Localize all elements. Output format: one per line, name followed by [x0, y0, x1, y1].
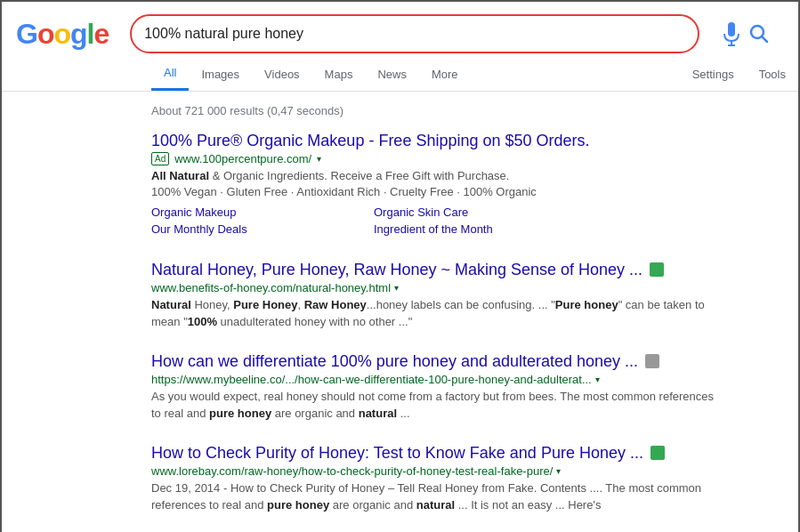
ad-result: 100% Pure® Organic Makeup - Free Shippin…	[151, 132, 721, 238]
organic-title-3: How to Check Purity of Honey: Test to Kn…	[151, 444, 721, 463]
ad-result-title: 100% Pure® Organic Makeup - Free Shippin…	[151, 132, 721, 150]
organic-url-line-2: https://www.mybeeline.co/.../how-can-we-…	[151, 373, 721, 386]
tab-all[interactable]: All	[151, 57, 189, 91]
organic-link-2[interactable]: How can we differentiate 100% pure honey…	[151, 352, 638, 371]
header: Google	[2, 2, 798, 53]
microphone-icon[interactable]	[723, 21, 740, 46]
organic-desc-2: As you would expect, real honey should n…	[151, 388, 721, 423]
organic-url-line-3: www.lorebay.com/raw-honey/how-to-check-p…	[151, 464, 721, 478]
organic-result-3: How to Check Purity of Honey: Test to Kn…	[151, 444, 721, 514]
url-arrow-1: ▾	[394, 283, 399, 293]
ad-desc-line2: 100% Vegan · Gluten Free · Antioxidant R…	[151, 185, 721, 198]
organic-desc-1: Natural Honey, Pure Honey, Raw Honey...h…	[151, 296, 721, 331]
organic-title-2: How can we differentiate 100% pure honey…	[151, 352, 721, 371]
tab-news[interactable]: News	[365, 59, 419, 90]
url-arrow-3: ▾	[556, 466, 561, 476]
organic-desc-3: Dec 19, 2014 - How to Check Purity of Ho…	[151, 480, 721, 514]
organic-url-1: www.benefits-of-honey.com/natural-honey.…	[151, 281, 391, 294]
tab-maps[interactable]: Maps	[312, 59, 366, 90]
ad-desc-bold: All Natural	[151, 169, 209, 182]
organic-result-2: How can we differentiate 100% pure honey…	[151, 352, 721, 423]
organic-url-3: www.lorebay.com/raw-honey/how-to-check-p…	[151, 464, 553, 478]
ad-result-link[interactable]: 100% Pure® Organic Makeup - Free Shippin…	[151, 132, 590, 149]
tab-images[interactable]: Images	[189, 59, 252, 90]
organic-result-1: Natural Honey, Pure Honey, Raw Honey ~ M…	[151, 261, 721, 331]
logo-letter-o1: o	[37, 18, 54, 50]
search-icons	[723, 21, 769, 46]
search-icon[interactable]	[749, 24, 769, 44]
ad-link-organic-makeup[interactable]: Organic Makeup	[151, 204, 374, 221]
svg-rect-0	[728, 22, 735, 36]
tab-tools[interactable]: Tools	[747, 59, 798, 90]
ad-link-ingredient[interactable]: Ingredient of the Month	[374, 221, 596, 238]
favicon-3	[651, 446, 665, 460]
results-area: About 721 000 results (0,47 seconds) 100…	[2, 92, 798, 514]
url-arrow-2: ▾	[595, 375, 600, 384]
ad-url: www.100percentpure.com/	[174, 152, 311, 165]
svg-line-4	[762, 36, 767, 42]
ad-url-arrow: ▾	[317, 154, 321, 164]
tab-videos[interactable]: Videos	[252, 59, 312, 90]
favicon-1	[650, 262, 664, 277]
ad-link-monthly-deals[interactable]: Our Monthly Deals	[151, 221, 374, 238]
organic-url-2: https://www.mybeeline.co/.../how-can-we-…	[151, 373, 592, 386]
ad-badge: Ad	[151, 152, 169, 165]
ad-desc-line1: All Natural & Organic Ingredients. Recei…	[151, 167, 721, 185]
results-stats: About 721 000 results (0,47 seconds)	[151, 99, 798, 132]
organic-link-3[interactable]: How to Check Purity of Honey: Test to Kn…	[151, 444, 643, 463]
tab-more[interactable]: More	[419, 59, 471, 90]
ad-badge-line: Ad www.100percentpure.com/ ▾	[151, 152, 721, 165]
organic-title-1: Natural Honey, Pure Honey, Raw Honey ~ M…	[151, 261, 721, 279]
search-input[interactable]	[144, 26, 685, 42]
ad-link-organic-skin-care[interactable]: Organic Skin Care	[374, 204, 596, 221]
search-bar-wrapper	[130, 14, 699, 53]
nav-tabs: All Images Videos Maps News More Setting…	[2, 57, 798, 92]
logo-letter-e: e	[93, 18, 109, 50]
ad-links: Organic Makeup Organic Skin Care Our Mon…	[151, 204, 596, 238]
logo-letter-g: G	[16, 18, 37, 50]
logo-letter-o2: o	[53, 18, 70, 50]
search-bar	[130, 14, 699, 53]
ad-desc-rest: & Organic Ingredients. Receive a Free Gi…	[209, 169, 509, 182]
logo-letter-g2: g	[70, 18, 87, 50]
favicon-2	[645, 354, 659, 368]
organic-link-1[interactable]: Natural Honey, Pure Honey, Raw Honey ~ M…	[151, 261, 642, 279]
google-logo: Google	[16, 18, 109, 51]
organic-url-line-1: www.benefits-of-honey.com/natural-honey.…	[151, 281, 721, 294]
tab-settings[interactable]: Settings	[680, 59, 747, 90]
